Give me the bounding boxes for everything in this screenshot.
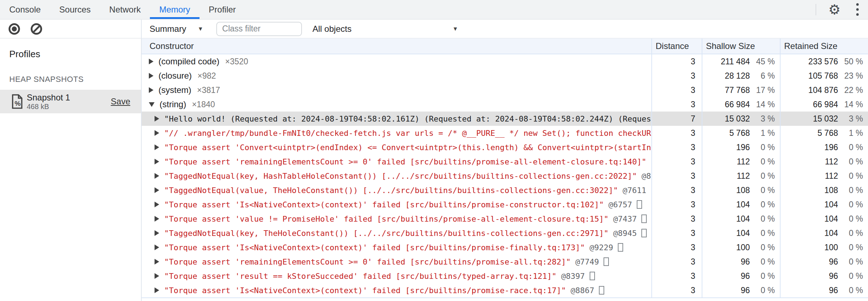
constructor-name: "TaggedNotEqual(key, HashTableHoleConsta…: [164, 172, 637, 181]
disclosure-triangle-icon[interactable]: [149, 87, 153, 93]
reveal-icon[interactable]: [599, 286, 604, 295]
shallow-size-cell: 1040 %: [702, 197, 780, 212]
disclosure-triangle-icon[interactable]: [155, 245, 159, 250]
class-filter-input[interactable]: [216, 22, 302, 36]
distance-cell: 7: [651, 112, 702, 126]
shallow-size-percent: 0 %: [750, 143, 780, 152]
table-row[interactable]: "Torque assert 'Is<NativeContext>(contex…: [142, 240, 868, 255]
column-header-distance[interactable]: Distance: [651, 39, 702, 54]
column-header-retained-size[interactable]: Retained Size: [780, 39, 868, 54]
retained-size-value: 96: [781, 271, 838, 281]
disclosure-triangle-icon[interactable]: [155, 116, 159, 122]
table-row[interactable]: "Torque assert 'remainingElementsCount >…: [142, 154, 868, 169]
shallow-size-percent: 0 %: [750, 157, 780, 167]
disclosure-triangle-icon[interactable]: [155, 130, 159, 136]
reveal-icon[interactable]: [641, 229, 647, 237]
shallow-size-percent: 0 %: [750, 171, 780, 181]
retained-size-percent: 14 %: [838, 100, 868, 109]
disclosure-triangle-icon[interactable]: [155, 259, 159, 265]
constructor-cell: "Torque assert 'value != PromiseHole' fa…: [142, 212, 651, 226]
settings-gear-icon[interactable]: ⚙: [828, 3, 841, 16]
object-id: @8: [642, 172, 651, 181]
table-row[interactable]: "Hello world! (Requested at: 2024-08-19T…: [142, 112, 868, 126]
disclosure-triangle-icon[interactable]: [155, 173, 159, 179]
tab-memory[interactable]: Memory: [150, 0, 200, 19]
retained-size-percent: 0 %: [838, 143, 868, 152]
constructor-cell: "TaggedNotEqual(key, TheHoleConstant()) …: [142, 226, 651, 240]
distance-cell: 3: [651, 283, 702, 297]
object-id: @8945: [613, 229, 637, 238]
heap-snapshots-section-label: HEAP SNAPSHOTS: [9, 75, 141, 84]
table-row[interactable]: "Torque assert 'Is<NativeContext>(contex…: [142, 197, 868, 212]
reveal-icon[interactable]: [590, 272, 595, 280]
retained-size-cell: 960 %: [780, 283, 868, 297]
table-row[interactable]: "TaggedNotEqual(key, TheHoleConstant()) …: [142, 226, 868, 240]
distance-cell: 3: [651, 54, 702, 69]
table-row[interactable]: "Torque assert 'Is<NativeContext>(contex…: [142, 283, 868, 297]
shallow-size-percent: 3 %: [750, 114, 780, 124]
tab-console[interactable]: Console: [0, 0, 50, 19]
constructor-cell: "Hello world! (Requested at: 2024-08-19T…: [142, 112, 651, 126]
reveal-icon[interactable]: [604, 257, 609, 266]
constructor-name: "Torque assert 'remainingElementsCount >…: [164, 157, 646, 166]
table-row[interactable]: "// .wrangler/tmp/bundle-FmNIt0/checked-…: [142, 126, 868, 140]
disclosure-triangle-icon[interactable]: [149, 73, 153, 79]
table-row[interactable]: (compiled code)×35203211 48445 %233 5765…: [142, 54, 868, 69]
disclosure-triangle-icon[interactable]: [155, 159, 159, 164]
constructor-name: "Torque assert 'Is<NativeContext>(contex…: [164, 243, 585, 252]
disclosure-triangle-icon[interactable]: [155, 216, 159, 222]
clear-icon[interactable]: [31, 23, 42, 35]
snapshot-list-item[interactable]: % Snapshot 1 468 kB Save: [0, 90, 141, 113]
retained-size-value: 105 768: [781, 71, 838, 81]
kebab-menu-icon[interactable]: [856, 3, 859, 16]
shallow-size-value: 15 032: [702, 114, 750, 124]
retained-size-value: 5 768: [781, 128, 838, 138]
table-row[interactable]: "TaggedNotEqual(key, HashTableHoleConsta…: [142, 169, 868, 183]
save-link[interactable]: Save: [111, 97, 130, 107]
objects-select-value: All objects: [313, 24, 352, 34]
objects-select[interactable]: All objects ▼: [313, 24, 458, 34]
disclosure-triangle-icon[interactable]: [149, 59, 153, 64]
shallow-size-percent: 6 %: [750, 71, 780, 81]
instance-count: ×3817: [197, 85, 220, 95]
disclosure-triangle-icon[interactable]: [155, 273, 159, 279]
constructor-name: (closure): [158, 71, 192, 81]
reveal-icon[interactable]: [618, 243, 623, 252]
table-row[interactable]: (string)×1840366 98414 %66 98414 %: [142, 97, 868, 112]
disclosure-triangle-icon[interactable]: [149, 102, 155, 107]
tab-sources[interactable]: Sources: [50, 0, 100, 19]
retained-size-percent: 0 %: [838, 228, 868, 238]
reveal-icon[interactable]: [641, 214, 647, 223]
shallow-size-cell: 1000 %: [702, 240, 780, 255]
column-header-shallow-size[interactable]: Shallow Size: [702, 39, 780, 54]
shallow-size-cell: 960 %: [702, 283, 780, 297]
table-row[interactable]: "TaggedNotEqual(value, TheHoleConstant()…: [142, 183, 868, 197]
profiles-title: Profiles: [9, 49, 141, 60]
record-icon[interactable]: [9, 23, 20, 35]
table-row[interactable]: "Torque assert 'value != PromiseHole' fa…: [142, 212, 868, 226]
retained-size-percent: 0 %: [838, 214, 868, 224]
disclosure-triangle-icon[interactable]: [155, 144, 159, 150]
disclosure-triangle-icon[interactable]: [155, 202, 159, 207]
constructor-cell: "TaggedNotEqual(value, TheHoleConstant()…: [142, 183, 651, 197]
table-row[interactable]: (system)×3817377 76817 %104 87622 %: [142, 83, 868, 97]
retained-size-value: 233 576: [781, 57, 838, 66]
column-header-constructor[interactable]: Constructor: [142, 39, 651, 54]
tab-profiler[interactable]: Profiler: [200, 0, 245, 19]
table-row[interactable]: "Torque assert 'Convert<uintptr>(endInde…: [142, 140, 868, 154]
tab-network[interactable]: Network: [100, 0, 150, 19]
table-row[interactable]: (closure)×982328 1286 %105 76823 %: [142, 69, 868, 83]
disclosure-triangle-icon[interactable]: [155, 287, 159, 293]
chevron-down-icon: ▼: [453, 26, 458, 32]
retained-size-cell: 1120 %: [780, 154, 868, 169]
constructor-name: "Torque assert 'Convert<uintptr>(endInde…: [164, 143, 651, 152]
reveal-icon[interactable]: [637, 200, 642, 209]
constructor-cell: "Torque assert 'remainingElementsCount >…: [142, 154, 651, 169]
perspective-select[interactable]: Summary ▼: [150, 24, 203, 34]
disclosure-triangle-icon[interactable]: [155, 187, 159, 193]
distance-cell: 3: [651, 197, 702, 212]
disclosure-triangle-icon[interactable]: [155, 230, 159, 236]
table-row[interactable]: "Torque assert 'result == kStoreSucceded…: [142, 269, 868, 283]
table-row[interactable]: "Torque assert 'remainingElementsCount >…: [142, 255, 868, 269]
distance-cell: 3: [651, 126, 702, 140]
